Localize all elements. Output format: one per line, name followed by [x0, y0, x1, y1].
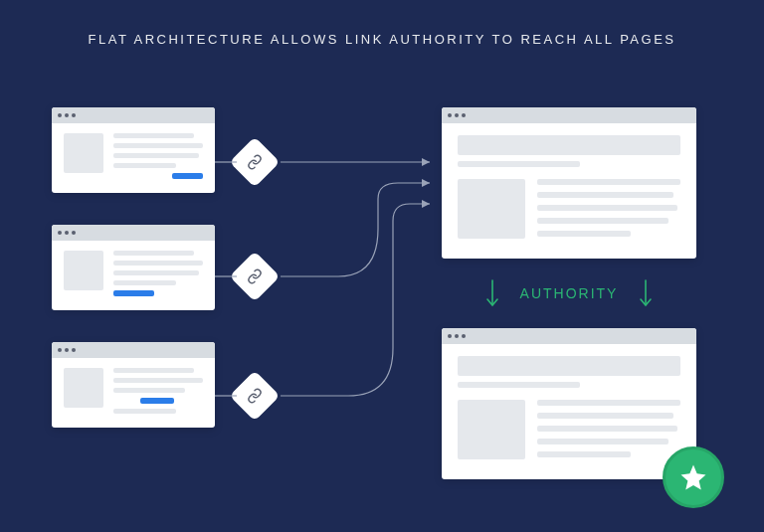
authority-text: AUTHORITY [520, 285, 619, 301]
target-page-a [442, 107, 696, 259]
authority-flow-label: AUTHORITY [442, 278, 696, 308]
source-page-3 [52, 342, 215, 428]
svg-marker-6 [422, 200, 430, 208]
link-icon [247, 268, 263, 284]
link-icon [247, 154, 263, 170]
svg-marker-4 [422, 158, 430, 166]
star-badge [663, 446, 724, 508]
browser-chrome [52, 107, 215, 123]
content-thumbnail [458, 400, 525, 459]
content-thumbnail [458, 179, 525, 239]
hyperlink-highlight [140, 398, 174, 404]
content-thumbnail [64, 368, 103, 408]
svg-marker-5 [422, 179, 430, 187]
source-page-1 [52, 107, 215, 193]
browser-chrome [52, 342, 215, 358]
source-page-2 [52, 225, 215, 310]
content-header [458, 356, 680, 376]
arrow-down-icon [638, 278, 654, 308]
content-thumbnail [64, 251, 103, 290]
hyperlink-highlight [172, 173, 204, 179]
content-thumbnail [64, 133, 103, 173]
content-header [458, 135, 680, 155]
link-node-3 [230, 371, 281, 422]
link-icon [247, 388, 263, 404]
diagram-title: FLAT ARCHITECTURE ALLOWS LINK AUTHORITY … [0, 32, 764, 47]
link-node-1 [230, 137, 281, 188]
target-page-b [442, 328, 696, 479]
link-node-2 [230, 252, 281, 302]
browser-chrome [442, 328, 696, 344]
arrow-down-icon [484, 278, 500, 308]
hyperlink-highlight [113, 290, 154, 296]
browser-chrome [442, 107, 696, 123]
browser-chrome [52, 225, 215, 241]
star-icon [678, 462, 708, 492]
